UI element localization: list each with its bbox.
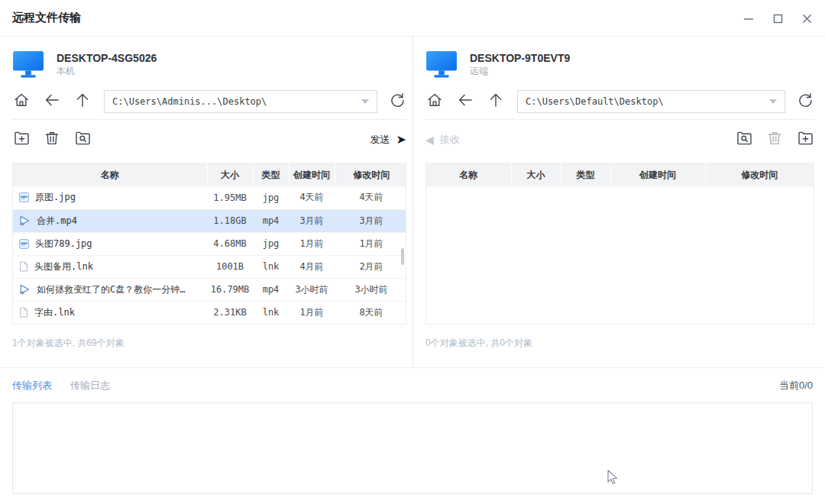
delete-button[interactable] [43,131,61,149]
file-type: jpg [253,186,289,209]
file-size: 1.95MB [207,186,253,209]
local-panel: DESKTOP-4SG5026 本机 C:\Users\Adminis...\D… [0,37,413,367]
table-row[interactable]: 如何拯救变红了的C盘？教你一分钟…16.79MBmp43小时前3小时前 [13,278,406,301]
file-modified: 4天前 [335,186,406,209]
remote-panel: DESKTOP-9T0EVT9 远端 C:\Users\Default\Desk… [413,37,825,367]
local-nav-bar: C:\Users\Adminis...\Desktop\ [12,90,406,113]
search-button[interactable] [73,131,92,149]
file-modified: 3月前 [335,209,406,232]
remote-path-input[interactable]: C:\Users\Default\Desktop\ [517,90,785,113]
file-type: lnk [253,301,289,324]
file-name: 头图备用.lnk [34,261,93,272]
file-name-cell: 头图789.jpg [13,232,207,255]
column-header-type[interactable]: 类型 [561,163,610,186]
send-button[interactable]: 发送 ➤ [370,133,406,147]
minimize-icon [743,13,754,24]
column-header-size[interactable]: 大小 [207,163,253,186]
column-header-created[interactable]: 创建时间 [610,163,705,186]
home-icon [13,92,30,111]
table-row[interactable]: 头图789.jpg4.68MBjpg1月前1月前 [13,232,406,255]
image-file-icon [19,192,29,202]
refresh-icon [389,92,406,112]
toolbar-divider [425,119,814,120]
search-icon [74,130,92,150]
remote-selection-status: 0个对象被选中, 共0个对象 [425,337,814,350]
local-file-table: 名称 大小 类型 创建时间 修改时间 原图.jpg1.95MBjpg4天前4天前… [12,163,406,325]
file-name-cell: 如何拯救变红了的C盘？教你一分钟… [13,278,207,301]
file-created: 1月前 [289,301,335,324]
dropdown-caret-icon[interactable] [769,99,777,104]
new-folder-button[interactable] [796,131,814,149]
file-created: 4天前 [289,186,335,209]
up-arrow-icon [487,92,504,111]
delete-icon [44,130,60,150]
current-transfer-counter: 当前0/0 [779,379,813,393]
remote-machine-meta: DESKTOP-9T0EVT9 远端 [470,51,570,77]
titlebar: 远程文件传输 [0,0,825,37]
file-name-cell: 合并.mp4 [13,209,207,232]
remote-nav-bar: C:\Users\Default\Desktop\ [425,90,814,113]
table-row[interactable]: 原图.jpg1.95MBjpg4天前4天前 [13,186,406,209]
remote-machine-role: 远端 [470,65,570,77]
remote-file-transfer-window: 远程文件传输 [0,0,825,504]
file-name: 如何拯救变红了的C盘？教你一分钟… [37,284,185,295]
file-name: 合并.mp4 [37,215,77,226]
file-created: 1月前 [289,232,335,255]
file-name-cell: 原图.jpg [13,186,207,209]
file-file-icon [19,261,28,272]
home-icon [426,92,443,111]
delete-icon [766,130,783,150]
back-button[interactable] [43,92,61,111]
maximize-button[interactable] [772,12,784,24]
file-created: 4月前 [289,255,335,278]
receive-arrow-icon: ◀ [425,134,434,145]
minimize-button[interactable] [742,12,755,24]
up-button[interactable] [73,92,92,111]
dropdown-caret-icon[interactable] [361,99,369,104]
column-header-type[interactable]: 类型 [253,163,289,186]
local-machine-meta: DESKTOP-4SG5026 本机 [57,51,157,77]
refresh-icon [797,92,814,112]
file-name-cell: 字由.lnk [13,301,207,324]
close-button[interactable] [801,12,813,24]
local-action-bar: 发送 ➤ [12,129,406,150]
table-header-row: 名称 大小 类型 创建时间 修改时间 [13,163,406,186]
table-row[interactable]: 头图备用.lnk1001Blnk4月前2月前 [13,255,406,278]
window-title: 远程文件传输 [12,11,81,25]
home-button[interactable] [425,92,444,111]
file-name-cell: 头图备用.lnk [13,255,207,278]
receive-label: 接收 [440,133,460,147]
delete-button[interactable] [765,131,784,149]
search-button[interactable] [735,131,753,149]
receive-button[interactable]: ◀ 接收 [425,133,460,147]
transfer-tabs-bar: 传输列表 传输日志 当前0/0 [0,368,825,402]
dual-file-panels: DESKTOP-4SG5026 本机 C:\Users\Adminis...\D… [0,37,825,368]
back-button[interactable] [456,92,474,111]
maximize-icon [773,14,783,24]
file-created: 3小时前 [289,278,335,301]
new-folder-button[interactable] [12,131,31,149]
local-selection-status: 1个对象被选中, 共69个对象 [12,337,406,350]
file-type: mp4 [253,278,289,301]
column-header-size[interactable]: 大小 [511,163,561,186]
vertical-scrollbar[interactable] [401,248,404,265]
file-type: lnk [253,255,289,278]
column-header-name[interactable]: 名称 [426,163,511,186]
column-header-modified[interactable]: 修改时间 [705,163,814,186]
local-machine-header: DESKTOP-4SG5026 本机 [12,47,406,81]
column-header-modified[interactable]: 修改时间 [335,163,406,186]
tab-transfer-list[interactable]: 传输列表 [12,379,52,393]
file-file-icon [19,307,28,318]
transfer-list-area [12,402,813,494]
home-button[interactable] [12,92,31,111]
refresh-button[interactable] [388,92,406,111]
tab-transfer-log[interactable]: 传输日志 [70,379,110,393]
image-file-icon [19,239,29,249]
up-button[interactable] [487,92,505,111]
column-header-created[interactable]: 创建时间 [289,163,335,186]
table-row[interactable]: 合并.mp41.18GBmp43月前3月前 [13,209,406,232]
column-header-name[interactable]: 名称 [13,163,207,186]
local-path-input[interactable]: C:\Users\Adminis...\Desktop\ [104,90,377,113]
refresh-button[interactable] [796,92,814,111]
table-row[interactable]: 字由.lnk2.31KBlnk1月前8天前 [13,301,406,324]
